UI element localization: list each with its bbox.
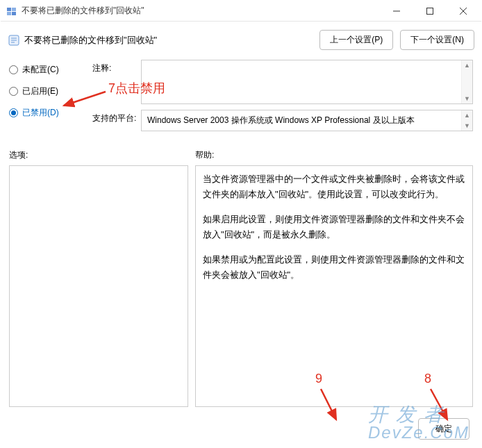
help-p3: 如果禁用或为配置此设置，则使用文件资源管理器删除的文件和文件夹会被放入"回收站"… bbox=[203, 252, 465, 283]
svg-rect-1 bbox=[12, 8, 16, 11]
main-config: 未配置(C) 已启用(E) 已禁用(D) 注释: ▲▼ 支持的平台: Wi bbox=[1, 54, 481, 137]
help-label: 帮助: bbox=[195, 149, 473, 161]
comment-label: 注释: bbox=[92, 60, 141, 74]
window-title: 不要将已删除的文件移到"回收站" bbox=[22, 5, 384, 17]
policy-title: 不要将已删除的文件移到"回收站" bbox=[24, 34, 319, 47]
supported-platform-value: Windows Server 2003 操作系统或 Windows XP Pro… bbox=[147, 115, 415, 125]
previous-setting-button[interactable]: 上一个设置(P) bbox=[319, 30, 393, 50]
window-icon bbox=[6, 6, 17, 17]
radio-disabled[interactable]: 已禁用(D) bbox=[9, 107, 78, 119]
lower-panels: 选项: 帮助: 当文件资源管理器中的一个文件或文件夹被删除时，会将该文件或文件夹… bbox=[1, 149, 481, 407]
radio-enabled-label: 已启用(E) bbox=[22, 85, 58, 97]
radio-not-configured-label: 未配置(C) bbox=[22, 64, 59, 76]
footer-buttons: 确定 bbox=[418, 418, 469, 440]
titlebar: 不要将已删除的文件移到"回收站" bbox=[1, 1, 481, 22]
svg-rect-3 bbox=[12, 12, 16, 15]
maximize-button[interactable] bbox=[417, 3, 442, 19]
comment-textarea[interactable]: ▲▼ bbox=[141, 60, 473, 104]
window-controls bbox=[384, 3, 476, 19]
close-button[interactable] bbox=[451, 3, 476, 19]
svg-rect-5 bbox=[427, 8, 433, 14]
svg-rect-0 bbox=[7, 8, 11, 11]
svg-rect-2 bbox=[7, 12, 11, 15]
comment-scrollbar[interactable]: ▲▼ bbox=[461, 60, 472, 103]
minimize-button[interactable] bbox=[384, 3, 409, 19]
subheader: 不要将已删除的文件移到"回收站" 上一个设置(P) 下一个设置(N) bbox=[1, 22, 481, 54]
radio-enabled[interactable]: 已启用(E) bbox=[9, 85, 78, 97]
radio-not-configured[interactable]: 未配置(C) bbox=[9, 64, 78, 76]
next-setting-button[interactable]: 下一个设置(N) bbox=[400, 30, 474, 50]
ok-button[interactable]: 确定 bbox=[418, 418, 469, 440]
state-radio-group: 未配置(C) 已启用(E) 已禁用(D) bbox=[9, 60, 78, 128]
help-panel: 当文件资源管理器中的一个文件或文件夹被删除时，会将该文件或文件夹的副本放入"回收… bbox=[195, 165, 473, 407]
supported-platform-box: Windows Server 2003 操作系统或 Windows XP Pro… bbox=[141, 110, 473, 131]
policy-icon bbox=[8, 34, 20, 47]
help-p1: 当文件资源管理器中的一个文件或文件夹被删除时，会将该文件或文件夹的副本放入"回收… bbox=[203, 172, 465, 202]
radio-disabled-label: 已禁用(D) bbox=[22, 107, 59, 119]
help-p2: 如果启用此设置，则使用文件资源管理器删除的文件和文件夹不会放入"回收站"，而是被… bbox=[203, 212, 465, 242]
platform-label: 支持的平台: bbox=[92, 110, 141, 124]
options-label: 选项: bbox=[9, 149, 188, 161]
options-panel bbox=[9, 165, 188, 407]
platform-scrollbar[interactable]: ▲▼ bbox=[461, 110, 472, 131]
